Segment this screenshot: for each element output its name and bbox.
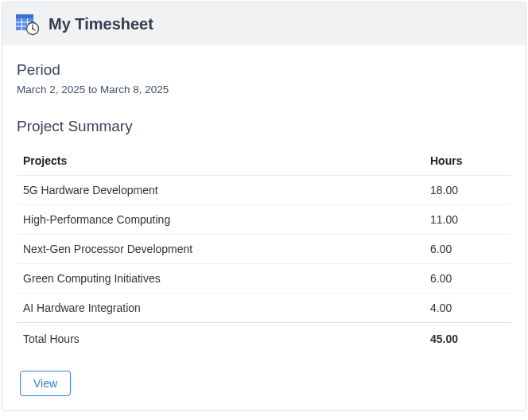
table-row: AI Hardware Integration 4.00 [17,294,511,323]
project-summary-table: Projects Hours 5G Hardware Development 1… [17,146,511,355]
table-row: Next-Gen Processor Development 6.00 [17,235,511,264]
total-label: Total Hours [17,323,424,356]
period-value: March 2, 2025 to March 8, 2025 [17,84,511,95]
hours-cell: 6.00 [424,264,511,294]
total-row: Total Hours 45.00 [17,323,511,356]
table-header-row: Projects Hours [17,146,511,176]
project-cell: AI Hardware Integration [17,294,424,323]
period-label: Period [17,61,511,79]
hours-cell: 18.00 [424,176,511,205]
table-row: High-Performance Computing 11.00 [17,205,511,235]
project-cell: Green Computing Initiatives [17,264,424,294]
hours-cell: 6.00 [424,235,511,264]
project-cell: High-Performance Computing [17,205,424,235]
hours-cell: 4.00 [424,294,511,323]
project-cell: Next-Gen Processor Development [17,235,424,264]
view-button[interactable]: View [20,371,71,396]
svg-point-10 [32,28,33,29]
table-row: 5G Hardware Development 18.00 [17,176,511,205]
col-projects: Projects [17,146,424,176]
actions-bar: View [17,371,511,396]
timesheet-clock-icon [15,12,39,36]
timesheet-card: My Timesheet Period March 2, 2025 to Mar… [2,2,526,411]
project-summary-title: Project Summary [17,118,511,135]
svg-rect-7 [31,21,34,23]
svg-rect-1 [16,14,33,18]
project-cell: 5G Hardware Development [17,176,424,205]
hours-cell: 11.00 [424,205,511,235]
card-header: My Timesheet [2,2,526,45]
table-row: Green Computing Initiatives 6.00 [17,264,511,294]
total-hours: 45.00 [424,323,511,356]
col-hours: Hours [424,146,511,176]
card-body: Period March 2, 2025 to March 8, 2025 Pr… [2,45,526,410]
page-title: My Timesheet [49,15,153,33]
